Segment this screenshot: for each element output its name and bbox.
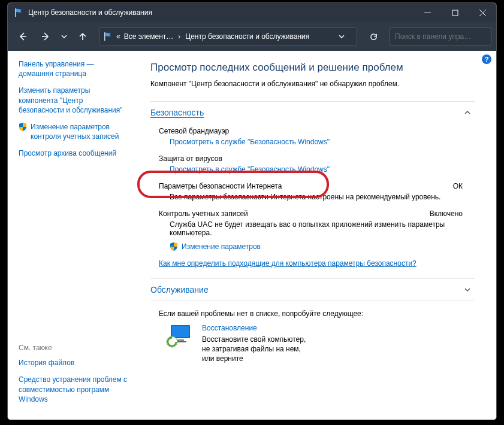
window: Центр безопасности и обслуживания « Все … [7, 2, 497, 420]
internet-title: Параметры безопасности Интернета [159, 182, 282, 190]
svg-rect-7 [104, 32, 105, 41]
see-also-title: См. также [19, 337, 128, 352]
sidebar-uac-link[interactable]: Изменение параметров контроля учетных за… [19, 122, 128, 141]
search-box[interactable] [390, 27, 491, 46]
back-button[interactable] [13, 26, 33, 47]
help-icon[interactable]: ? [482, 54, 491, 64]
titlebar: Центр безопасности и обслуживания [8, 3, 496, 22]
security-section-header[interactable]: Безопасность [150, 101, 475, 123]
chevron-down-icon [463, 285, 472, 295]
window-controls [414, 3, 496, 22]
navbar: « Все элемент… › Центр безопасности и об… [8, 22, 496, 51]
security-section-label: Безопасность [150, 108, 204, 117]
sidebar-change-settings-link[interactable]: Изменить параметры компонента "Центр без… [19, 86, 128, 115]
internet-item: Параметры безопасности Интернета ОК Все … [159, 182, 475, 201]
uac-title: Контроль учетных записей [159, 210, 248, 218]
svg-rect-0 [15, 8, 16, 17]
faq-link-row: Как мне определить подходящие для компью… [159, 259, 475, 268]
content-area: Панель управления — домашняя страница Из… [8, 51, 496, 420]
recent-locations-button[interactable] [58, 26, 70, 47]
uac-item: Контроль учетных записей Включено Служба… [159, 210, 475, 251]
refresh-button[interactable] [363, 26, 384, 47]
search-input[interactable] [395, 32, 486, 41]
uac-status: Включено [430, 210, 475, 218]
breadcrumb-overflow[interactable]: « [116, 32, 120, 41]
virus-item: Защита от вирусов Просмотреть в службе "… [159, 154, 475, 174]
maximize-button[interactable] [441, 3, 469, 22]
recovery-link[interactable]: Восстановление [202, 324, 257, 332]
virus-link[interactable]: Просмотреть в службе "Безопасность Windo… [170, 165, 330, 174]
minimize-button[interactable] [414, 3, 441, 22]
up-button[interactable] [73, 26, 93, 47]
troubleshoot-block: Если вашей проблемы нет в списке, попроб… [150, 309, 475, 364]
sidebar-home-link[interactable]: Панель управления — домашняя страница [19, 59, 128, 78]
maintenance-section-header[interactable]: Обслуживание [150, 278, 475, 301]
virus-title: Защита от вирусов [159, 154, 222, 163]
recovery-desc: Восстановите свой компьютер, не затрагив… [202, 335, 310, 364]
security-flag-icon [103, 32, 113, 41]
recovery-icon [165, 324, 194, 348]
main-panel: ? Просмотр последних сообщений и решение… [134, 51, 496, 420]
sidebar-see-also: См. также История файлов Средство устран… [19, 337, 128, 411]
sidebar-archive-link[interactable]: Просмотр архива сообщений [19, 148, 128, 158]
maintenance-section-label: Обслуживание [150, 285, 209, 295]
shield-icon [170, 242, 178, 251]
breadcrumb[interactable]: « Все элемент… › Центр безопасности и об… [99, 27, 357, 46]
uac-change-link[interactable]: Изменение параметров [182, 242, 261, 251]
chevron-right-icon: › [177, 32, 182, 41]
chevron-up-icon [463, 108, 472, 117]
forward-button[interactable] [35, 26, 56, 47]
breadcrumb-dropdown[interactable] [339, 34, 353, 40]
faq-link[interactable]: Как мне определить подходящие для компью… [159, 259, 417, 268]
troubleshoot-intro: Если вашей проблемы нет в списке, попроб… [159, 309, 475, 318]
firewall-title: Сетевой брандмауэр [159, 127, 229, 135]
internet-desc: Все параметры безопасности Интернета нас… [170, 193, 475, 201]
sidebar-troubleshoot-link[interactable]: Средство устранения проблем с совместимо… [19, 375, 128, 404]
breadcrumb-crumb-2[interactable]: Центр безопасности и обслуживания [185, 32, 309, 41]
sidebar: Панель управления — домашняя страница Из… [8, 51, 134, 420]
security-flag-icon [14, 8, 23, 17]
firewall-item: Сетевой брандмауэр Просмотреть в службе … [159, 127, 475, 146]
shield-icon [19, 123, 27, 131]
close-button[interactable] [469, 3, 496, 22]
firewall-link[interactable]: Просмотреть в службе "Безопасность Windo… [170, 138, 330, 146]
sidebar-file-history-link[interactable]: История файлов [19, 358, 128, 368]
internet-status: ОК [453, 182, 475, 190]
page-subtitle: Компонент "Центр безопасности и обслужив… [150, 80, 475, 88]
window-title: Центр безопасности и обслуживания [28, 8, 414, 17]
uac-desc: Служба UAC не будет извещать вас о попыт… [170, 220, 475, 237]
breadcrumb-crumb-1[interactable]: Все элемент… [124, 32, 174, 41]
svg-rect-2 [452, 10, 458, 16]
svg-rect-9 [172, 326, 189, 337]
sidebar-uac-label[interactable]: Изменение параметров контроля учетных за… [31, 122, 128, 141]
page-title: Просмотр последних сообщений и решение п… [150, 62, 475, 74]
svg-rect-10 [177, 339, 184, 341]
